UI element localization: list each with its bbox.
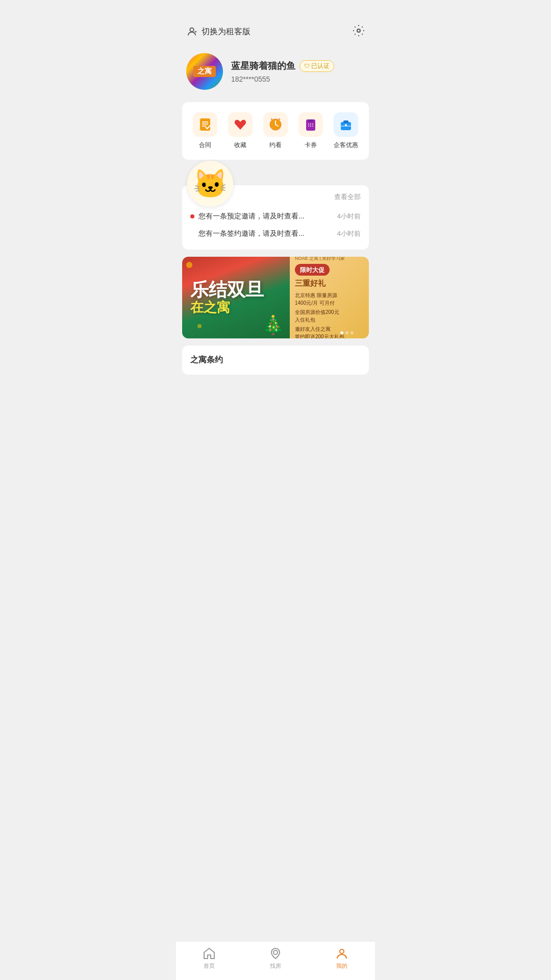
contract-icon-wrap: [193, 112, 217, 137]
coupon-icon: [303, 117, 318, 132]
nav-mine-label: 我的: [336, 962, 347, 970]
dot-active: [340, 331, 343, 334]
action-coupon-label: 卡券: [305, 141, 317, 150]
contract-icon: [197, 117, 213, 132]
mascot-container: 🐱: [187, 161, 233, 207]
deco-circle-1: [186, 262, 192, 268]
svg-point-18: [340, 949, 344, 953]
banner-dots: [340, 331, 354, 334]
svg-rect-2: [200, 118, 210, 131]
profile-phone: 182****0555: [231, 75, 365, 83]
fav-icon-wrap: [228, 112, 253, 137]
svg-rect-10: [308, 119, 313, 122]
banner-sub-title: 在之寓: [190, 300, 282, 315]
quick-actions: 合同 收藏 约看: [187, 112, 364, 150]
detail2: 1400元/月 可月付: [295, 299, 364, 307]
view-all-btn[interactable]: 查看全部: [334, 192, 361, 202]
dot-inactive-1: [345, 331, 348, 334]
mascot-icon: 🐱: [193, 167, 228, 200]
svg-point-0: [190, 28, 193, 32]
corp-icon: [338, 117, 354, 132]
banner-brand: NOAE 之寓 | 美好学习家: [295, 257, 364, 262]
action-contract[interactable]: 合同: [187, 112, 222, 150]
action-appointment-label: 约看: [269, 141, 282, 150]
quick-actions-card: 合同 收藏 约看: [182, 102, 369, 160]
detail3: 全国房源价值200元: [295, 308, 364, 316]
deco-circle-2: [197, 324, 202, 328]
action-contract-label: 合同: [199, 141, 211, 150]
banner-card[interactable]: 乐结双旦 在之寓 🎄 NOAE 之寓 | 美好学习家 限时大促 三重好礼 北京特…: [182, 257, 369, 338]
dot-inactive-2: [350, 331, 354, 334]
action-favorite-label: 收藏: [234, 141, 246, 150]
profile-name: 蓝星骑着猫的鱼: [231, 60, 295, 72]
switch-label: 切换为租客版: [202, 27, 251, 37]
svg-point-1: [357, 29, 360, 32]
switch-tenant-btn[interactable]: 切换为租客版: [186, 26, 251, 37]
action-coupon[interactable]: 卡券: [293, 112, 329, 150]
clause-title: 之寓条约: [190, 355, 223, 364]
location-icon: [269, 947, 282, 960]
profile-info: 蓝星骑着猫的鱼 🛡 已认证 182****0555: [231, 60, 365, 83]
svg-point-15: [345, 124, 347, 126]
unread-dot: [190, 214, 194, 218]
banner-promo-title: 限时大促: [300, 266, 324, 274]
appt-icon-wrap: [263, 112, 288, 137]
action-corp[interactable]: 企客优惠: [329, 112, 364, 150]
nav-find-room-label: 找房: [270, 962, 281, 970]
action-corp-label: 企客优惠: [334, 141, 358, 150]
notif-text-2: 您有一条签约邀请，请及时查看...: [198, 229, 305, 238]
nav-find-room[interactable]: 找房: [242, 947, 309, 970]
action-favorite[interactable]: 收藏: [222, 112, 258, 150]
svg-point-17: [273, 950, 278, 954]
verified-badge: 🛡 已认证: [299, 60, 334, 72]
profile-section: 之寓 蓝星骑着猫的鱼 🛡 已认证 182****0555: [176, 45, 375, 102]
settings-button[interactable]: [353, 24, 365, 39]
notif-time-2: 4小时前: [337, 229, 361, 238]
settings-icon: [353, 24, 365, 37]
notif-text-1: 您有一条预定邀请，请及时查看...: [198, 212, 305, 221]
detail4: 入住礼包: [295, 316, 364, 324]
nav-home-label: 首页: [204, 962, 215, 970]
tree-icon: 🎄: [262, 314, 285, 336]
notif-time-1: 4小时前: [337, 212, 361, 221]
person-icon: [186, 26, 197, 37]
person-nav-icon: [335, 947, 348, 960]
appointment-icon: [268, 117, 283, 132]
avatar[interactable]: 之寓: [186, 53, 223, 90]
profile-name-row: 蓝星骑着猫的鱼 🛡 已认证: [231, 60, 365, 72]
top-bar: 切换为租客版: [176, 0, 375, 45]
corp-icon-wrap: [334, 112, 358, 137]
nav-mine[interactable]: 我的: [309, 947, 375, 970]
banner-promo-sub: 三重好礼: [295, 279, 364, 288]
svg-rect-14: [343, 120, 348, 123]
favorite-icon: [233, 117, 248, 132]
banner-main-title: 乐结双旦: [190, 280, 282, 300]
bottom-nav: 首页 找房 我的: [176, 941, 375, 980]
clause-card[interactable]: 之寓条约: [182, 346, 369, 375]
home-icon: [203, 947, 216, 960]
notif-item-1[interactable]: 您有一条预定邀请，请及时查看... 4小时前: [190, 208, 361, 225]
shield-icon: 🛡: [304, 63, 310, 69]
spacer: [190, 232, 194, 236]
verified-text: 已认证: [311, 62, 330, 70]
detail1: 北京特惠 限量房源: [295, 291, 364, 299]
action-appointment[interactable]: 约看: [258, 112, 293, 150]
avatar-label: 之寓: [193, 66, 216, 77]
notif-item-2[interactable]: 您有一条签约邀请，请及时查看... 4小时前: [190, 225, 361, 242]
nav-home[interactable]: 首页: [176, 947, 242, 970]
coupon-icon-wrap: [298, 112, 323, 137]
